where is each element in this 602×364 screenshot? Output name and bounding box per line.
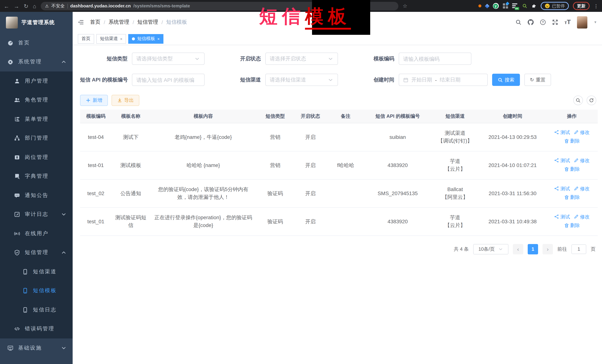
monitor-icon: [7, 345, 13, 351]
extension-list-on-icon[interactable]: on: [512, 3, 518, 9]
caret-down-icon[interactable]: ▼: [594, 20, 597, 24]
refresh-icon: ↻: [530, 77, 534, 83]
help-icon[interactable]: ?: [540, 19, 546, 25]
refresh-table-icon[interactable]: [587, 95, 596, 105]
tab-sms-template[interactable]: 短信模板×: [129, 34, 163, 43]
github-icon[interactable]: [528, 19, 534, 25]
export-button[interactable]: 导出: [112, 95, 139, 106]
test-link[interactable]: 测试: [554, 156, 570, 164]
template-code-input[interactable]: [403, 56, 467, 62]
annotation-title: 短信模板: [259, 6, 351, 27]
delete-link[interactable]: 删除: [564, 137, 580, 145]
channel-select[interactable]: 请选择短信渠道: [265, 74, 338, 86]
date-separator: -: [435, 77, 437, 83]
sidebar-item-error-codes[interactable]: 错误码管理: [0, 319, 73, 338]
edit-icon: [574, 130, 579, 135]
fullscreen-icon[interactable]: [552, 19, 558, 25]
extensions-puzzle-icon[interactable]: [531, 3, 537, 9]
sidebar-item-sms-channel[interactable]: 短信渠道: [0, 262, 73, 281]
chevron-down-icon: [498, 246, 503, 252]
reset-button[interactable]: ↻ 重置: [524, 74, 551, 86]
sidebar-item-home[interactable]: 首页: [0, 33, 73, 52]
table-row: test_01 测试验证码短信 正在进行登录操作{operation}，您的验证…: [80, 207, 598, 236]
sidebar-item-sms-log[interactable]: 短信日志: [0, 300, 73, 319]
dictionary-icon: [14, 174, 20, 179]
extension-grid-icon[interactable]: [503, 3, 508, 9]
sms-type-select[interactable]: 请选择短信类型: [132, 52, 204, 65]
goto-page-input[interactable]: [571, 244, 586, 254]
dashboard-icon: [7, 40, 13, 46]
sidebar-item-infrastructure[interactable]: 基础设施: [0, 338, 73, 357]
bookmark-star-icon[interactable]: ☆: [403, 3, 407, 9]
browser-reload-icon[interactable]: ↻: [24, 3, 28, 9]
sidebar-item-online-users[interactable]: A 在线用户: [0, 224, 73, 243]
sidebar-logo[interactable]: 芋道管理系统: [0, 12, 73, 33]
breadcrumb-home[interactable]: 首页: [90, 19, 100, 26]
search-button[interactable]: 搜索: [492, 74, 520, 86]
delete-link[interactable]: 删除: [564, 165, 580, 173]
user-avatar[interactable]: [577, 16, 587, 28]
sidebar-item-announcements[interactable]: 通知公告: [0, 186, 73, 205]
sidebar-item-dictionary[interactable]: 字典管理: [0, 167, 73, 186]
share-icon: [554, 186, 559, 191]
browser-menu-icon[interactable]: ⋮: [594, 3, 599, 9]
test-link[interactable]: 测试: [554, 213, 570, 220]
add-button[interactable]: 新增: [80, 95, 108, 106]
browser-back-icon[interactable]: ←: [4, 3, 9, 9]
extension-magnifier-icon[interactable]: [522, 3, 527, 9]
col-remark: 备注: [327, 110, 364, 123]
extension-green-y-icon[interactable]: y: [493, 3, 499, 9]
edit-link[interactable]: 修改: [574, 213, 590, 220]
sidebar-item-audit-log[interactable]: 审计日志: [0, 205, 73, 224]
extension-orange-icon[interactable]: [478, 4, 481, 7]
browser-profile-chip[interactable]: 已暂停: [540, 2, 569, 10]
sidebar-item-menus[interactable]: 菜单管理: [0, 110, 73, 129]
chevron-up-icon: [61, 59, 67, 65]
font-size-icon[interactable]: ᴛT: [565, 19, 571, 26]
delete-link[interactable]: 删除: [564, 193, 580, 201]
sidebar-item-departments[interactable]: 部门管理: [0, 129, 73, 148]
template-code-input-wrap: [399, 52, 471, 65]
sidebar: 芋道管理系统 首页 系统管理 用户管理 角色管理: [0, 12, 73, 364]
tab-sms-channel[interactable]: 短信渠道×: [96, 34, 126, 43]
sms-type-label: 短信类型: [80, 55, 132, 62]
close-icon[interactable]: ×: [157, 36, 160, 41]
search-icon[interactable]: [516, 19, 522, 25]
download-icon: [117, 98, 122, 103]
current-page-button[interactable]: 1: [528, 244, 538, 254]
plus-icon: [86, 98, 91, 103]
browser-update-button[interactable]: 更新: [573, 2, 590, 10]
sidebar-item-system[interactable]: 系统管理: [0, 52, 73, 72]
edit-link[interactable]: 修改: [574, 185, 590, 192]
share-icon: [554, 158, 559, 163]
page-size-select[interactable]: 10条/页: [473, 244, 508, 254]
tab-home[interactable]: 首页: [78, 34, 94, 43]
zoom-search-icon[interactable]: [573, 95, 583, 105]
api-template-id-input[interactable]: [136, 77, 200, 83]
create-time-label: 创建时间: [347, 76, 399, 83]
breadcrumb-sms[interactable]: 短信管理: [138, 19, 158, 26]
create-time-range-picker[interactable]: 开始日期 - 结束日期: [399, 74, 488, 86]
channel-label: 短信渠道: [214, 76, 265, 83]
edit-link[interactable]: 修改: [574, 156, 590, 164]
sidebar-submenu-system: 用户管理 角色管理 菜单管理 部门管理 岗位管理: [0, 72, 73, 338]
sidebar-item-roles[interactable]: 角色管理: [0, 91, 73, 110]
prev-page-button[interactable]: ‹: [513, 244, 523, 254]
next-page-button[interactable]: ›: [543, 244, 553, 254]
edit-link[interactable]: 修改: [574, 128, 590, 136]
sidebar-fold-icon[interactable]: [78, 19, 84, 25]
extension-blue-pin-icon[interactable]: [484, 3, 489, 8]
sidebar-item-positions[interactable]: 岗位管理: [0, 148, 73, 167]
sidebar-item-sms[interactable]: 短信管理: [0, 243, 73, 262]
sidebar-item-sms-template[interactable]: 短信模板: [0, 281, 73, 300]
breadcrumb-system[interactable]: 系统管理: [108, 19, 129, 26]
browser-home-icon[interactable]: ⌂: [33, 3, 36, 9]
sidebar-item-users[interactable]: 用户管理: [0, 72, 73, 91]
edit-icon: [574, 186, 579, 191]
status-select[interactable]: 请选择开启状态: [265, 52, 338, 65]
delete-link[interactable]: 删除: [564, 221, 580, 229]
browser-forward-icon[interactable]: →: [14, 3, 19, 9]
test-link[interactable]: 测试: [554, 185, 570, 192]
test-link[interactable]: 测试: [554, 128, 570, 136]
close-icon[interactable]: ×: [120, 36, 122, 41]
